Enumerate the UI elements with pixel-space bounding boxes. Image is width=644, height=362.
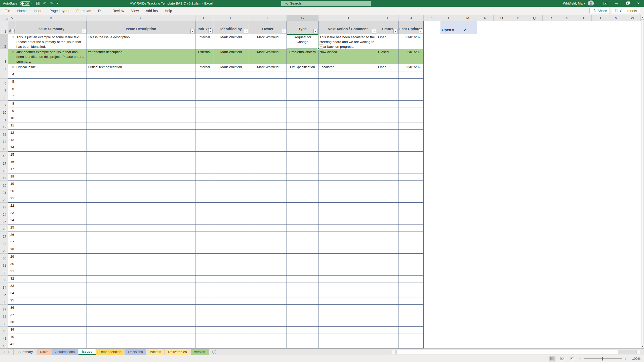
cell-R8[interactable] (543, 93, 559, 101)
cell-H24[interactable] (318, 210, 377, 217)
column-title-H[interactable]: Next Action / Comment▾ (318, 21, 377, 34)
cell-K2[interactable] (424, 34, 440, 49)
cell-I32[interactable] (377, 268, 398, 276)
cell-Q27[interactable] (526, 232, 543, 239)
scrollbar-resize-grip[interactable]: ⁞ (389, 350, 390, 354)
cell-M41[interactable] (458, 334, 477, 341)
cell-J6[interactable] (398, 79, 424, 86)
cell-W21[interactable] (624, 188, 641, 195)
cell-S25[interactable] (559, 217, 575, 224)
fill-handle[interactable] (317, 48, 319, 50)
cell-A41[interactable]: 40 (8, 334, 15, 341)
cell-K9[interactable] (424, 101, 440, 108)
cell-U19[interactable] (592, 173, 608, 181)
cell-E14[interactable] (213, 137, 249, 144)
cell-B22[interactable] (15, 195, 87, 203)
cell-M32[interactable] (458, 268, 477, 276)
cell-E24[interactable] (213, 210, 249, 217)
validation-dropdown-icon[interactable]: ▾ (319, 44, 323, 49)
cell-I38[interactable] (377, 312, 398, 319)
cell-S35[interactable] (559, 290, 575, 297)
cell-L32[interactable] (440, 268, 458, 276)
cell-C38[interactable] (87, 312, 195, 319)
cell-Q5[interactable] (526, 71, 543, 79)
cell-T14[interactable] (575, 137, 592, 144)
cell-P10[interactable] (510, 108, 526, 115)
cell-A13[interactable]: 12 (8, 130, 15, 137)
cell-J25[interactable] (398, 217, 424, 224)
sheet-tab-deliverables[interactable]: Deliverables (165, 349, 190, 355)
cell-N35[interactable] (477, 290, 494, 297)
cell-V31[interactable] (608, 261, 624, 268)
cell-C21[interactable] (87, 188, 195, 195)
cell-Q42[interactable] (526, 341, 543, 348)
filter-dropdown-G-icon[interactable]: ▾ (313, 29, 318, 33)
row-header-18[interactable]: 18 (0, 166, 8, 173)
cell-V12[interactable] (608, 122, 624, 130)
cell-U33[interactable] (592, 276, 608, 283)
cell-R39[interactable] (543, 319, 559, 327)
cell-W35[interactable] (624, 290, 641, 297)
cell-F31[interactable] (249, 261, 287, 268)
cell-O6[interactable] (494, 79, 510, 86)
cell-T34[interactable] (575, 283, 592, 290)
row-header-2[interactable]: 2 (0, 34, 8, 49)
row-header-16[interactable]: 16 (0, 152, 8, 159)
cell-L6[interactable] (440, 79, 458, 86)
cell-C17[interactable] (87, 159, 195, 166)
cell-S37[interactable] (559, 305, 575, 312)
cell-I35[interactable] (377, 290, 398, 297)
cell-G20[interactable] (287, 181, 318, 188)
normal-view-button[interactable] (549, 356, 555, 361)
cell-N21[interactable] (477, 188, 494, 195)
cell-N14[interactable] (477, 137, 494, 144)
cell-R33[interactable] (543, 276, 559, 283)
cell-T2[interactable] (575, 34, 592, 49)
cell-P25[interactable] (510, 217, 526, 224)
cell-K14[interactable] (424, 137, 440, 144)
cell-G26[interactable] (287, 224, 318, 232)
cell-C6[interactable] (87, 79, 195, 86)
column-header-J[interactable]: J (398, 15, 424, 21)
cell-C32[interactable] (87, 268, 195, 276)
ribbon-tab-insert[interactable]: Insert (30, 7, 46, 15)
cell-I11[interactable] (377, 115, 398, 122)
customize-qat-icon[interactable]: ▾ (57, 2, 58, 5)
cell-V33[interactable] (608, 276, 624, 283)
row-header-17[interactable]: 17 (0, 159, 8, 166)
cell-E4[interactable]: Mark Whitfield (213, 64, 249, 71)
cell-N17[interactable] (477, 159, 494, 166)
cell-R28[interactable] (543, 239, 559, 246)
cell-V34[interactable] (608, 283, 624, 290)
cell-V32[interactable] (608, 268, 624, 276)
cell-H18[interactable] (318, 166, 377, 173)
cell-A28[interactable]: 27 (8, 239, 15, 246)
cell-U4[interactable] (592, 64, 608, 71)
cell-B42[interactable] (15, 341, 87, 348)
cell-I30[interactable] (377, 254, 398, 261)
cell-B4[interactable]: Critical Issue. (15, 64, 87, 71)
column-header-K[interactable]: K (424, 15, 440, 21)
cell-U31[interactable] (592, 261, 608, 268)
cell-B41[interactable] (15, 334, 87, 341)
cell-H7[interactable] (318, 86, 377, 93)
cell-Q22[interactable] (526, 195, 543, 203)
cell-W17[interactable] (624, 159, 641, 166)
cell-E27[interactable] (213, 232, 249, 239)
cell-P1[interactable] (510, 21, 526, 34)
cell-D5[interactable] (195, 71, 213, 79)
row-header-10[interactable]: 10 (0, 108, 8, 115)
cell-U17[interactable] (592, 159, 608, 166)
cell-W28[interactable] (624, 239, 641, 246)
cell-O31[interactable] (494, 261, 510, 268)
cell-N32[interactable] (477, 268, 494, 276)
cell-B12[interactable] (15, 122, 87, 130)
cell-B19[interactable] (15, 173, 87, 181)
cell-C42[interactable] (87, 341, 195, 348)
cell-E39[interactable] (213, 319, 249, 327)
cell-M36[interactable] (458, 297, 477, 305)
cell-S32[interactable] (559, 268, 575, 276)
column-header-H[interactable]: H (318, 15, 377, 21)
row-header-7[interactable]: 7 (0, 86, 8, 93)
cell-C22[interactable] (87, 195, 195, 203)
